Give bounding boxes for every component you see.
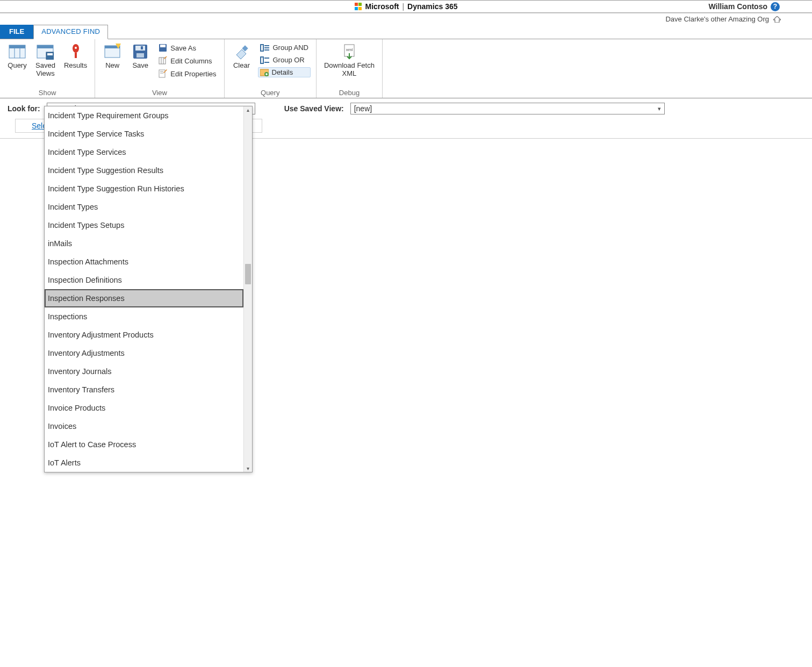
ribbon-tabs: FILE ADVANCED FIND xyxy=(0,25,812,39)
ribbon-group-debug: xml Download Fetch XML Debug xyxy=(317,39,383,98)
new-button[interactable]: New xyxy=(98,41,126,70)
new-label: New xyxy=(105,62,119,70)
ribbon-group-query: Clear Group AND Group OR xyxy=(225,39,317,98)
download-fetch-xml-button[interactable]: xml Download Fetch XML xyxy=(320,41,379,78)
svg-rect-17 xyxy=(141,46,143,49)
svg-rect-31 xyxy=(261,57,263,63)
ribbon-group-debug-caption: Debug xyxy=(320,89,379,98)
new-icon xyxy=(104,42,121,61)
use-saved-view-label: Use Saved View: xyxy=(284,104,344,113)
look-for-options-list: Incident Type Requirement GroupsIncident… xyxy=(45,106,243,139)
user-area: William Contoso ? xyxy=(708,2,812,11)
help-icon[interactable]: ? xyxy=(771,2,780,11)
query-button[interactable]: Query xyxy=(3,41,31,70)
save-icon xyxy=(132,42,148,61)
ribbon-group-view-caption: View xyxy=(98,89,220,98)
download-fetch-xml-label: Download Fetch XML xyxy=(324,62,375,78)
edit-columns-button[interactable]: Edit Columns xyxy=(156,55,218,66)
tab-advanced-find[interactable]: ADVANCED FIND xyxy=(33,25,108,39)
details-button[interactable]: Details xyxy=(258,67,311,77)
save-as-icon xyxy=(159,44,167,52)
save-as-label: Save As xyxy=(170,44,196,52)
results-icon xyxy=(70,42,81,61)
ribbon-group-show-caption: Show xyxy=(3,89,91,98)
save-as-button[interactable]: Save As xyxy=(156,42,218,53)
svg-rect-23 xyxy=(159,70,165,77)
chevron-down-icon: ▾ xyxy=(655,105,664,112)
scroll-track[interactable] xyxy=(244,113,252,139)
results-button[interactable]: Results xyxy=(60,41,91,70)
svg-rect-5 xyxy=(37,45,53,48)
group-and-label: Group AND xyxy=(273,44,308,52)
details-icon xyxy=(260,69,269,76)
save-button[interactable]: Save xyxy=(126,41,154,70)
scroll-up-arrow-icon[interactable]: ▴ xyxy=(247,106,249,113)
brand-center: Microsoft | Dynamics 365 xyxy=(354,2,457,11)
edit-columns-label: Edit Columns xyxy=(170,57,212,65)
ribbon: Query Saved Views Results Show xyxy=(0,39,812,98)
svg-rect-16 xyxy=(136,53,144,58)
tab-file[interactable]: FILE xyxy=(0,25,33,39)
svg-rect-1 xyxy=(9,45,25,48)
group-and-icon xyxy=(260,44,270,52)
ribbon-group-view: New Save Save As E xyxy=(95,39,224,98)
clear-icon xyxy=(234,42,249,61)
edit-properties-label: Edit Properties xyxy=(170,70,216,78)
ribbon-group-query-caption: Query xyxy=(228,89,313,98)
clear-button[interactable]: Clear xyxy=(228,41,256,70)
svg-rect-27 xyxy=(261,45,263,51)
home-icon[interactable] xyxy=(773,16,781,23)
svg-rect-19 xyxy=(160,45,166,47)
saved-views-button[interactable]: Saved Views xyxy=(31,41,60,78)
results-label: Results xyxy=(64,62,87,70)
look-for-option[interactable]: Incident Type Service Tasks xyxy=(45,125,243,139)
dropdown-scrollbar[interactable]: ▴ ▾ xyxy=(243,106,252,139)
microsoft-logo-icon xyxy=(354,3,362,10)
group-or-icon xyxy=(260,56,270,64)
svg-rect-15 xyxy=(135,46,145,51)
save-label: Save xyxy=(132,62,148,70)
org-name: Dave Clarke's other Amazing Org xyxy=(665,15,769,23)
ribbon-group-show: Query Saved Views Results Show xyxy=(0,39,95,98)
edit-columns-icon xyxy=(159,56,167,65)
saved-views-label: Saved Views xyxy=(35,62,55,78)
brand-microsoft: Microsoft xyxy=(365,2,399,11)
use-saved-view-dropdown[interactable]: [new] ▾ xyxy=(350,103,665,114)
brand-product: Dynamics 365 xyxy=(407,2,457,11)
download-fetch-xml-icon: xml xyxy=(341,42,357,61)
user-name: William Contoso xyxy=(708,2,767,11)
query-label: Query xyxy=(8,62,26,70)
brand-bar: Microsoft | Dynamics 365 William Contoso… xyxy=(0,0,812,13)
svg-rect-7 xyxy=(47,53,53,55)
query-icon xyxy=(9,42,26,61)
use-saved-view-value: [new] xyxy=(351,104,655,113)
svg-text:xml: xml xyxy=(346,47,353,52)
group-or-label: Group OR xyxy=(273,56,305,64)
edit-properties-button[interactable]: Edit Properties xyxy=(156,68,218,79)
group-or-button[interactable]: Group OR xyxy=(258,55,311,65)
details-label: Details xyxy=(272,68,293,76)
svg-rect-9 xyxy=(75,53,77,58)
org-bar: Dave Clarke's other Amazing Org xyxy=(0,13,812,25)
look-for-dropdown-panel: Incident Type Requirement GroupsIncident… xyxy=(44,106,253,139)
edit-properties-icon xyxy=(159,69,167,78)
svg-point-10 xyxy=(75,47,77,49)
look-for-option[interactable]: Incident Type Requirement Groups xyxy=(45,106,243,125)
clear-label: Clear xyxy=(233,62,250,70)
brand-separator: | xyxy=(402,2,404,11)
group-and-button[interactable]: Group AND xyxy=(258,42,311,53)
saved-views-icon xyxy=(37,42,54,61)
look-for-label: Look for: xyxy=(8,104,40,113)
